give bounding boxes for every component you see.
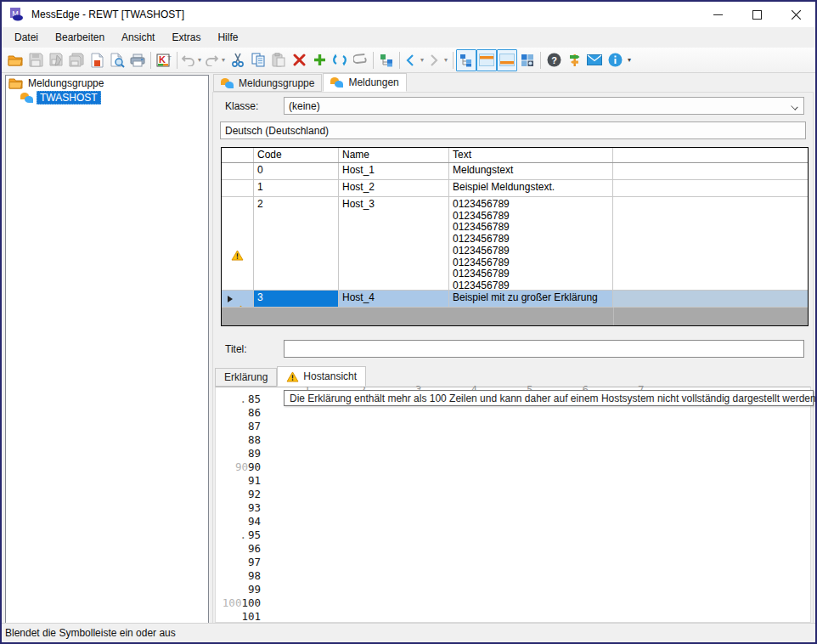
back-icon[interactable] xyxy=(403,49,418,71)
mail-icon[interactable] xyxy=(584,49,605,71)
statusbar: Blendet die Symbolleiste ein oder aus xyxy=(2,623,815,642)
copy-icon[interactable] xyxy=(248,49,268,71)
toolbar-separator xyxy=(540,52,541,69)
statusbar-text: Blendet die Symbolleiste ein oder aus xyxy=(5,627,176,639)
table-row-selected[interactable]: 3 Host_4 Beispiel mit zu großer Erklärun… xyxy=(222,291,808,308)
current-row-arrow-icon xyxy=(228,296,233,302)
app-icon: M xyxy=(9,8,25,21)
warning-icon xyxy=(234,293,247,304)
open-folder-icon[interactable] xyxy=(5,49,25,71)
column-header-code[interactable]: Code xyxy=(254,148,339,162)
redo-dropdown-icon: ▾ xyxy=(219,49,228,71)
content-panel: Meldungsgruppe Meldungen Klasse: (keine)… xyxy=(212,73,815,624)
tooltip-text: Die Erklärung enthält mehr als 100 Zeile… xyxy=(290,393,817,404)
menu-hilfe[interactable]: Hilfe xyxy=(209,28,246,47)
table-row[interactable]: 2 Host_3 0123456789 0123456789 012345678… xyxy=(222,197,808,291)
doc-export-icon[interactable] xyxy=(87,49,107,71)
forward-icon xyxy=(426,49,442,71)
menu-bearbeiten[interactable]: Bearbeiten xyxy=(47,28,113,47)
tree-node-twashost[interactable]: TWASHOST xyxy=(6,90,208,105)
cell-name[interactable]: Host_4 xyxy=(339,291,449,307)
toolbar-overflow-icon[interactable]: ▾ xyxy=(625,49,634,71)
signpost-icon[interactable] xyxy=(564,49,584,71)
view-tree-toggle-icon[interactable] xyxy=(456,49,476,71)
cell-code[interactable]: 3 xyxy=(254,291,339,307)
delete-icon[interactable] xyxy=(289,49,309,71)
language-value: Deutsch (Deutschland) xyxy=(225,125,329,137)
forward-dropdown-icon: ▾ xyxy=(442,49,450,71)
svg-text:K: K xyxy=(159,54,166,65)
column-header-name[interactable]: Name xyxy=(339,148,449,162)
add-icon[interactable] xyxy=(309,49,330,71)
detail-tabstrip: Erklärung Hostansicht xyxy=(215,366,366,387)
tree-node-meldungsgruppe[interactable]: Meldungsgruppe xyxy=(6,76,208,90)
toolbar: KT ▾ ▾ xyxy=(2,48,815,73)
cut-icon[interactable] xyxy=(228,49,248,71)
menu-datei[interactable]: Datei xyxy=(6,28,47,47)
tree-panel: Meldungsgruppe TWASHOST xyxy=(5,75,209,624)
close-button[interactable] xyxy=(776,2,815,27)
table-row[interactable]: 1 Host_2 Beispiel Meldungstext. xyxy=(222,180,808,197)
titel-input[interactable] xyxy=(284,340,804,358)
cell-name[interactable]: Host_1 xyxy=(339,163,449,179)
message-bubbles-icon xyxy=(20,92,34,104)
kt-editor-icon[interactable]: KT xyxy=(154,49,174,71)
svg-text:?: ? xyxy=(551,55,557,65)
redo-icon xyxy=(204,49,219,71)
print-icon[interactable] xyxy=(127,49,148,71)
menu-ansicht[interactable]: Ansicht xyxy=(113,28,163,47)
klasse-value: (keine) xyxy=(289,100,320,112)
attach-icon[interactable] xyxy=(350,49,370,71)
cell-name[interactable]: Host_3 xyxy=(339,197,449,290)
messages-grid[interactable]: Code Name Text 0 Host_1 Meldungstext 1 H… xyxy=(221,147,809,326)
chevron-down-icon xyxy=(793,128,800,135)
menu-extras[interactable]: Extras xyxy=(163,28,209,47)
save-edit-icon xyxy=(46,49,66,71)
language-combobox[interactable]: Deutsch (Deutschland) xyxy=(220,121,806,139)
save-all-icon xyxy=(66,49,87,71)
refresh-icon[interactable] xyxy=(330,49,350,71)
klasse-combobox[interactable]: (keine) xyxy=(284,97,804,115)
undo-icon xyxy=(180,49,195,71)
cell-name[interactable]: Host_2 xyxy=(339,180,449,196)
table-row[interactable]: 0 Host_1 Meldungstext xyxy=(222,163,808,180)
maximize-button[interactable] xyxy=(737,2,776,27)
cell-text[interactable]: Meldungstext xyxy=(449,163,613,179)
tree-root-label[interactable]: Meldungsgruppe xyxy=(25,77,106,89)
grid-view-icon[interactable] xyxy=(517,49,538,71)
tree-icon[interactable] xyxy=(376,49,397,71)
grid-header-row: Code Name Text xyxy=(222,148,808,163)
cell-code[interactable]: 1 xyxy=(254,180,339,196)
cell-text[interactable]: 0123456789 0123456789 0123456789 0123456… xyxy=(449,197,613,290)
cell-empty xyxy=(613,163,808,179)
tab-meldungen[interactable]: Meldungen xyxy=(323,73,406,92)
tab-hostansicht[interactable]: Hostansicht xyxy=(277,366,366,387)
view-split-top-toggle-icon[interactable] xyxy=(476,49,497,71)
main-tabstrip: Meldungsgruppe Meldungen xyxy=(212,73,815,92)
warning-icon xyxy=(231,238,244,249)
view-split-bottom-toggle-icon[interactable] xyxy=(497,49,517,71)
paste-icon xyxy=(268,49,289,71)
host-view-editor[interactable]: 1234567 .8586878889909091929394.95969798… xyxy=(215,387,811,623)
cell-empty xyxy=(613,291,808,307)
info-icon[interactable] xyxy=(605,49,625,71)
doc-preview-icon[interactable] xyxy=(107,49,127,71)
toolbar-separator xyxy=(150,52,151,69)
warning-icon xyxy=(286,371,299,382)
tree-child-label[interactable]: TWASHOST xyxy=(37,91,101,105)
folder-icon xyxy=(8,77,23,89)
message-bubbles-icon xyxy=(221,77,234,89)
cell-code[interactable]: 2 xyxy=(254,197,339,290)
column-header-text[interactable]: Text xyxy=(449,148,613,162)
tab-label: Hostansicht xyxy=(303,370,357,382)
cell-text[interactable]: Beispiel Meldungstext. xyxy=(449,180,613,196)
cell-code[interactable]: 0 xyxy=(254,163,339,179)
undo-dropdown-icon: ▾ xyxy=(195,49,204,71)
cell-text[interactable]: Beispiel mit zu großer Erklärung xyxy=(449,291,613,307)
toolbar-separator xyxy=(399,52,400,69)
window-title: MessEdge - REWT [TWASHOST] xyxy=(31,8,184,20)
help-icon[interactable]: ? xyxy=(544,49,564,71)
tab-meldungsgruppe[interactable]: Meldungsgruppe xyxy=(213,74,322,92)
back-dropdown-icon[interactable]: ▾ xyxy=(418,49,426,71)
minimize-button[interactable] xyxy=(698,2,737,27)
